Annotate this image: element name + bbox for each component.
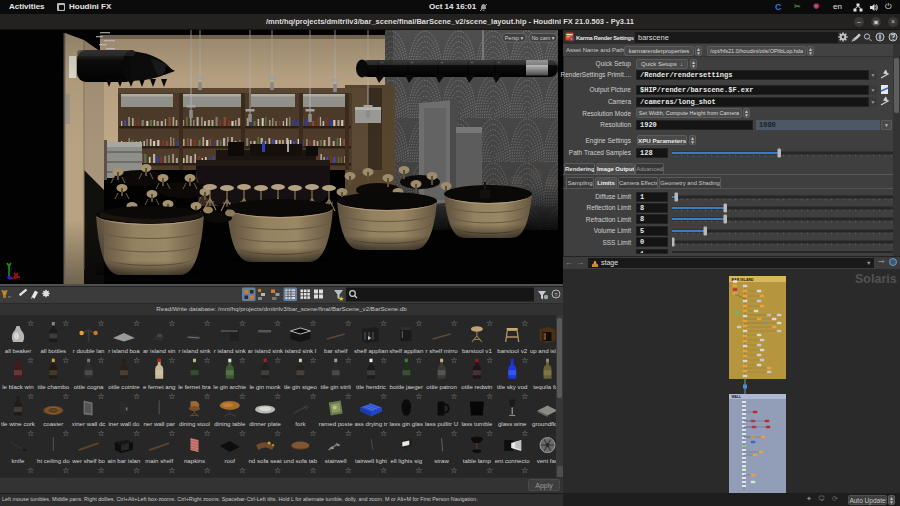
svg-text:☆: ☆: [204, 466, 211, 475]
svg-text:Persp ▾: Persp ▾: [505, 35, 524, 41]
svg-text:☆: ☆: [345, 392, 352, 401]
svg-text:☆: ☆: [27, 392, 34, 401]
svg-text:☆: ☆: [98, 466, 105, 475]
svg-text:☆: ☆: [380, 319, 387, 328]
svg-text:☆: ☆: [309, 466, 316, 475]
svg-text:☆: ☆: [451, 429, 458, 438]
svg-text:☆: ☆: [98, 429, 105, 438]
svg-text:☆: ☆: [451, 356, 458, 365]
svg-text:?: ?: [554, 292, 558, 298]
svg-text:☆: ☆: [415, 392, 422, 401]
svg-text:☆: ☆: [204, 319, 211, 328]
svg-text:☆: ☆: [274, 356, 281, 365]
svg-text:☆: ☆: [274, 319, 281, 328]
svg-text:☆: ☆: [239, 319, 246, 328]
svg-text:☆: ☆: [98, 392, 105, 401]
svg-text:☆: ☆: [415, 429, 422, 438]
svg-text:☆: ☆: [62, 392, 69, 401]
svg-text:☆: ☆: [62, 319, 69, 328]
svg-text:☆: ☆: [274, 429, 281, 438]
svg-text:☆: ☆: [521, 429, 528, 438]
svg-text:☆: ☆: [168, 429, 175, 438]
svg-text:☆: ☆: [415, 356, 422, 365]
svg-text:☆: ☆: [239, 466, 246, 475]
svg-text:☆: ☆: [204, 392, 211, 401]
svg-text:☆: ☆: [486, 392, 493, 401]
svg-text:☆: ☆: [415, 466, 422, 475]
svg-text:☆: ☆: [451, 466, 458, 475]
svg-text:☆: ☆: [62, 356, 69, 365]
svg-text:☆: ☆: [309, 392, 316, 401]
svg-text:☆: ☆: [274, 466, 281, 475]
svg-text:☆: ☆: [309, 319, 316, 328]
svg-text:No cam ▾: No cam ▾: [531, 35, 554, 41]
svg-text:☆: ☆: [27, 356, 34, 365]
svg-text:☆: ☆: [239, 429, 246, 438]
svg-text:☆: ☆: [133, 356, 140, 365]
svg-text:☆: ☆: [98, 356, 105, 365]
svg-text:☆: ☆: [239, 356, 246, 365]
svg-text:☆: ☆: [27, 466, 34, 475]
svg-text:☆: ☆: [486, 319, 493, 328]
svg-text:☆: ☆: [521, 319, 528, 328]
svg-text:☆: ☆: [380, 429, 387, 438]
svg-text:☆: ☆: [239, 392, 246, 401]
svg-text:☆: ☆: [345, 319, 352, 328]
svg-text:☆: ☆: [380, 356, 387, 365]
svg-text:er: er: [8, 295, 12, 299]
svg-text:☆: ☆: [168, 356, 175, 365]
svg-text:☆: ☆: [168, 466, 175, 475]
svg-text:☆: ☆: [345, 429, 352, 438]
svg-text:☆: ☆: [168, 392, 175, 401]
svg-text:☆: ☆: [451, 392, 458, 401]
svg-text:☆: ☆: [168, 319, 175, 328]
svg-text:☆: ☆: [309, 429, 316, 438]
svg-text:☆: ☆: [380, 466, 387, 475]
svg-text:☆: ☆: [486, 466, 493, 475]
svg-text:☆: ☆: [345, 466, 352, 475]
svg-text:☆: ☆: [133, 392, 140, 401]
svg-text:☆: ☆: [415, 319, 422, 328]
svg-text:☆: ☆: [486, 429, 493, 438]
svg-text:☆: ☆: [27, 319, 34, 328]
svg-text:☆: ☆: [62, 466, 69, 475]
svg-text:☆: ☆: [521, 466, 528, 475]
svg-text:☆: ☆: [98, 319, 105, 328]
svg-text:☆: ☆: [133, 429, 140, 438]
svg-text:☆: ☆: [133, 319, 140, 328]
svg-text:☆: ☆: [521, 392, 528, 401]
svg-text:☆: ☆: [27, 429, 34, 438]
svg-text:★: ★: [338, 295, 344, 302]
svg-text:☆: ☆: [451, 319, 458, 328]
svg-text:☆: ☆: [204, 429, 211, 438]
svg-text:WALL: WALL: [732, 395, 742, 399]
svg-text:☆: ☆: [345, 356, 352, 365]
svg-text:☆: ☆: [62, 429, 69, 438]
svg-text:☆: ☆: [133, 466, 140, 475]
svg-text:☆: ☆: [309, 356, 316, 365]
svg-text:☆: ☆: [521, 356, 528, 365]
svg-text:☆: ☆: [274, 392, 281, 401]
svg-text:☆: ☆: [380, 392, 387, 401]
svg-text:☆: ☆: [204, 356, 211, 365]
svg-text:☆: ☆: [486, 356, 493, 365]
